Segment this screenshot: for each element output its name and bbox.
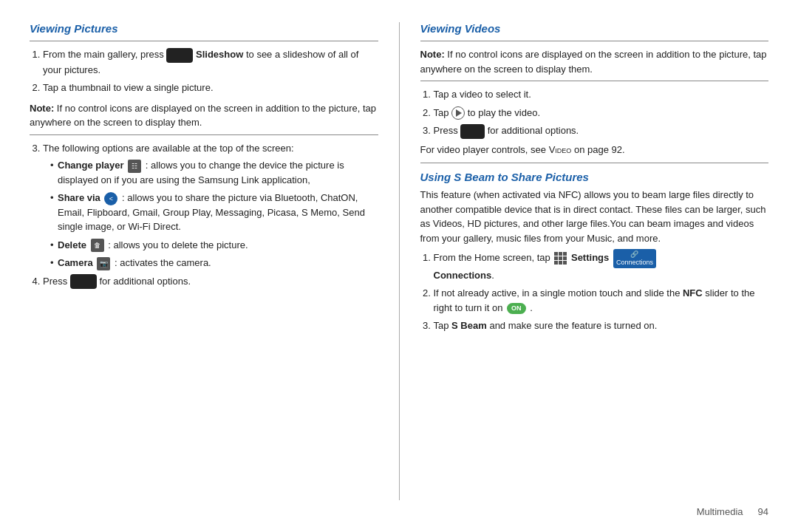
title-divider-right — [420, 41, 769, 41]
step-4: Press for additional options. — [43, 274, 378, 290]
video-step-2: Tap to play the video. — [434, 106, 769, 120]
connections-badge: 🔗Connections — [613, 249, 656, 268]
home-grid-icon — [554, 252, 567, 265]
footer-label: Multimedia — [697, 506, 743, 517]
step-4-press: Press — [43, 276, 70, 287]
note-block-left: Note: If no control icons are displayed … — [30, 101, 378, 135]
steps-list-left: From the main gallery, press Slideshow t… — [30, 47, 378, 95]
title-divider-left — [30, 41, 378, 41]
video-step-3-press: Press — [434, 125, 461, 136]
video-ref: For video player controls, see Video on … — [420, 143, 769, 157]
using-sbeam-body: This feature (when activated via NFC) al… — [420, 188, 769, 245]
footer-page: 94 — [758, 506, 768, 517]
options-list: Change player ☷ : allows you to change t… — [43, 158, 378, 270]
step-4-suffix: for additional options. — [99, 276, 191, 287]
play-triangle — [456, 109, 462, 117]
video-step-2-text: to play the video. — [468, 107, 540, 118]
option-delete: Delete 🗑 : allows you to delete the pict… — [50, 238, 378, 253]
left-column: Viewing Pictures From the main gallery, … — [30, 22, 400, 500]
option-camera: Camera 📷 : activates the camera. — [50, 256, 378, 270]
video-ref-text: For video player controls, see — [420, 144, 549, 155]
note-text-right: If no control icons are displayed on the… — [420, 49, 767, 75]
sbeam-step-3-text: and make sure the feature is turned on. — [489, 320, 657, 331]
step-2-text: Tap a thumbnail to view a single picture… — [43, 82, 214, 93]
step-3-intro: The following options are available at t… — [43, 143, 294, 154]
slideshow-button-inline — [166, 48, 193, 63]
step-1: From the main gallery, press Slideshow t… — [43, 47, 378, 77]
sbeam-step-3: Tap S Beam and make sure the feature is … — [434, 318, 769, 333]
delete-text: : allows you to delete the picture. — [108, 239, 248, 250]
note-label-right: Note: — [420, 49, 448, 60]
video-step-2-tap: Tap — [434, 107, 452, 118]
sbeam-step-1-settings: Settings — [571, 252, 612, 263]
sbeam-step-2-text1: If not already active, in a single motio… — [434, 287, 683, 299]
video-more-options-button — [460, 124, 485, 139]
video-step-3-suffix: for additional options. — [488, 125, 579, 136]
nfc-on-slider: ON — [507, 303, 526, 315]
video-ref-link: Video — [549, 144, 572, 155]
using-sbeam-title: Using S Beam to Share Pictures — [420, 171, 769, 183]
connections-label: Connections — [434, 270, 492, 281]
sbeam-steps: From the Home screen, tap Settings 🔗Conn… — [420, 249, 769, 333]
video-steps-list: Tap a video to select it. Tap to play th… — [420, 87, 769, 139]
grid-icon: ☷ — [128, 160, 141, 173]
right-column: Viewing Videos Note: If no control icons… — [400, 22, 769, 500]
sbeam-step-1-text: From the Home screen, tap — [434, 252, 553, 263]
option-share-via: Share via < : allows you to share the pi… — [50, 191, 378, 234]
sbeam-step-2-text3: . — [530, 302, 533, 313]
video-step-1: Tap a video to select it. — [434, 87, 769, 102]
video-step-3: Press for additional options. — [434, 123, 769, 139]
note-text-left: If no control icons are displayed on the… — [30, 103, 376, 129]
page-footer: Multimedia 94 — [30, 500, 768, 517]
change-player-label: Change player — [58, 160, 126, 171]
columns: Viewing Pictures From the main gallery, … — [30, 22, 768, 500]
share-via-label: Share via — [58, 192, 103, 203]
steps-list-left-2: The following options are available at t… — [30, 141, 378, 290]
video-ref-page: on page 92. — [574, 144, 625, 155]
video-step-1-text: Tap a video to select it. — [434, 89, 531, 100]
page: Viewing Pictures From the main gallery, … — [0, 0, 798, 532]
sbeam-step-3-tap: Tap — [434, 320, 452, 331]
step-1-text: From the main gallery, press — [43, 49, 166, 60]
delete-label: Delete — [58, 239, 89, 250]
share-via-text: : allows you to share the picture via Bl… — [58, 192, 365, 232]
sbeam-step-1: From the Home screen, tap Settings 🔗Conn… — [434, 249, 769, 282]
nfc-label: NFC — [683, 287, 703, 299]
step-2: Tap a thumbnail to view a single picture… — [43, 81, 378, 95]
camera-text: : activates the camera. — [115, 257, 211, 268]
camera-icon: 📷 — [97, 257, 110, 270]
option-change-player: Change player ☷ : allows you to change t… — [50, 158, 378, 187]
divider-using — [420, 163, 769, 163]
note-block-right: Note: If no control icons are displayed … — [420, 47, 769, 81]
viewing-pictures-title: Viewing Pictures — [30, 22, 378, 35]
sbeam-step-2: If not already active, in a single motio… — [434, 286, 769, 315]
play-icon — [451, 106, 465, 120]
delete-icon: 🗑 — [91, 239, 104, 252]
share-icon: < — [104, 192, 117, 205]
more-options-button — [70, 274, 97, 289]
sbeam-label: S Beam — [451, 320, 487, 331]
connections-period: . — [491, 270, 494, 281]
viewing-videos-title: Viewing Videos — [420, 22, 769, 35]
note-label-left: Note: — [30, 103, 57, 114]
step-3: The following options are available at t… — [43, 141, 378, 270]
camera-label: Camera — [58, 257, 95, 268]
